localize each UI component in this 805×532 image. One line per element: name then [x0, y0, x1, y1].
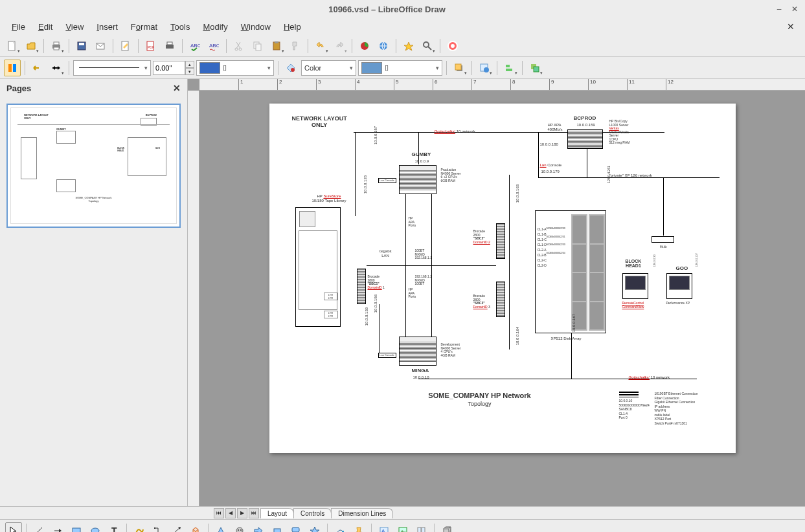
- spin-down[interactable]: ▾: [185, 68, 194, 75]
- copy-button[interactable]: [249, 38, 266, 54]
- diag-ip-167: 10.0.0.167: [571, 314, 576, 332]
- tab-nav-prev[interactable]: ◀: [225, 508, 236, 518]
- menu-insert[interactable]: Insert: [91, 20, 123, 34]
- fill-type-combo[interactable]: Color▾: [301, 60, 356, 76]
- points-tool[interactable]: [332, 522, 348, 533]
- menu-tools[interactable]: Tools: [165, 20, 195, 34]
- shadow-button[interactable]: [451, 60, 468, 76]
- tab-nav-first[interactable]: ⏮: [214, 508, 224, 518]
- email-button[interactable]: [92, 38, 109, 54]
- line-color-combo[interactable]: ▯▾: [196, 60, 274, 76]
- arrange-button[interactable]: [527, 60, 543, 76]
- paste-button[interactable]: [268, 38, 285, 54]
- svg-rect-55: [292, 527, 299, 532]
- menu-modify[interactable]: Modify: [198, 20, 232, 34]
- drawing-page[interactable]: NETWORK LAYOUTONLY Gottschalks' 10 netwo…: [269, 104, 736, 453]
- pages-panel-close[interactable]: ✕: [173, 83, 181, 93]
- fontwork-tool[interactable]: A: [376, 522, 392, 533]
- from-file-tool[interactable]: [394, 522, 411, 533]
- symbol-shapes-tool[interactable]: [231, 522, 248, 533]
- menubar: File Edit View Insert Format Tools Modif…: [0, 18, 805, 35]
- area-style-button[interactable]: [282, 60, 299, 76]
- spin-up[interactable]: ▴: [185, 61, 194, 68]
- diag-legend-keys: 10.0.0.1050060b00000079e24 SANBC8CL1-APo…: [619, 392, 650, 420]
- page-thumbnail-1[interactable]: 1 NETWORK LAYOUTONLY BCPROD GUMBY BLOCKH…: [6, 104, 181, 228]
- redo-button[interactable]: [331, 38, 348, 54]
- tab-nav-next[interactable]: ▶: [237, 508, 247, 518]
- autospell-button[interactable]: ABC: [205, 38, 222, 54]
- navigator-button[interactable]: [400, 38, 417, 54]
- clone-format-button[interactable]: [287, 38, 304, 54]
- tab-controls[interactable]: Controls: [293, 508, 332, 518]
- styles-button[interactable]: [476, 60, 493, 76]
- svg-line-25: [428, 47, 431, 50]
- 3d-tool[interactable]: [187, 522, 204, 533]
- svg-rect-47: [154, 527, 155, 529]
- line-width-input[interactable]: [153, 61, 185, 75]
- close-button[interactable]: ✕: [789, 4, 800, 14]
- menu-file[interactable]: File: [6, 20, 30, 34]
- arrow-style-button[interactable]: [48, 60, 65, 76]
- cut-button[interactable]: [231, 38, 247, 54]
- edit-file-button[interactable]: [117, 38, 134, 54]
- callout-tool[interactable]: [288, 522, 304, 533]
- minimize-button[interactable]: –: [774, 4, 784, 14]
- menu-format[interactable]: Format: [126, 20, 163, 34]
- tab-layout[interactable]: Layout: [260, 508, 294, 518]
- canvas-scroll[interactable]: NETWORK LAYOUTONLY Gottschalks' 10 netwo…: [199, 91, 805, 506]
- help-button[interactable]: [444, 38, 461, 54]
- spellcheck-button[interactable]: ABC: [187, 38, 203, 54]
- hyperlink-button[interactable]: [375, 38, 392, 54]
- text-tool[interactable]: T: [106, 522, 122, 533]
- svg-rect-18: [256, 44, 261, 50]
- basic-shapes-tool[interactable]: [212, 522, 229, 533]
- svg-rect-12: [167, 42, 172, 45]
- fill-color-combo[interactable]: ▯▾: [358, 60, 442, 76]
- block-arrows-tool[interactable]: [250, 522, 267, 533]
- curve-tool[interactable]: [131, 522, 148, 533]
- ellipse-tool[interactable]: [87, 522, 104, 533]
- show-grid-button[interactable]: [4, 60, 21, 76]
- rectangle-tool[interactable]: [68, 522, 85, 533]
- glue-tool[interactable]: [350, 522, 367, 533]
- diag-ip-157: 10.0.0.157: [373, 126, 378, 144]
- stars-tool[interactable]: [306, 522, 323, 533]
- print-button[interactable]: [48, 38, 65, 54]
- svg-rect-54: [274, 529, 280, 533]
- chart-button[interactable]: [356, 38, 373, 54]
- tab-dimension[interactable]: Dimension Lines: [331, 508, 393, 518]
- undo-button[interactable]: [312, 38, 329, 54]
- line-tool[interactable]: [30, 522, 47, 533]
- extrusion-tool[interactable]: [438, 522, 455, 533]
- flowchart-tool[interactable]: [269, 522, 286, 533]
- zoom-button[interactable]: [419, 38, 436, 54]
- diag-brocade1: Brocade2800"SBC1"DomainID 1: [368, 275, 385, 289]
- menu-edit[interactable]: Edit: [33, 20, 58, 34]
- open-button[interactable]: [23, 38, 40, 54]
- diag-gigabit: Gigabit LAN: [380, 249, 392, 258]
- line-style-combo[interactable]: ▾: [73, 60, 151, 76]
- arrow-tool[interactable]: [49, 522, 66, 533]
- tab-nav-last[interactable]: ⏭: [249, 508, 259, 518]
- lines-tool[interactable]: [168, 522, 185, 533]
- vertical-ruler[interactable]: [188, 91, 199, 506]
- export-pdf-button[interactable]: PDF: [142, 38, 159, 54]
- menu-help[interactable]: Help: [278, 20, 306, 34]
- gallery-tool[interactable]: [413, 522, 430, 533]
- connector-tool[interactable]: [150, 522, 166, 533]
- new-button[interactable]: [4, 38, 21, 54]
- print-directly-button[interactable]: [161, 38, 178, 54]
- arrow-style-start[interactable]: [29, 60, 46, 76]
- save-button[interactable]: [73, 38, 90, 54]
- align-button[interactable]: [501, 60, 518, 76]
- diag-net-link2: Gottschalks' 10 network: [629, 375, 670, 380]
- line-width-spinner[interactable]: ▴▾: [153, 61, 194, 75]
- select-tool[interactable]: [5, 522, 22, 533]
- svg-marker-31: [58, 66, 60, 70]
- horizontal-ruler[interactable]: 123 456 789 101112: [199, 79, 805, 91]
- close-document-button[interactable]: ✕: [783, 20, 799, 33]
- menu-view[interactable]: View: [60, 20, 89, 34]
- layer-tabs: ⏮ ◀ ▶ ⏭ Layout Controls Dimension Lines: [0, 506, 805, 519]
- menu-window[interactable]: Window: [236, 20, 276, 34]
- diag-xp512-label: XP512 Disk Array: [551, 337, 582, 341]
